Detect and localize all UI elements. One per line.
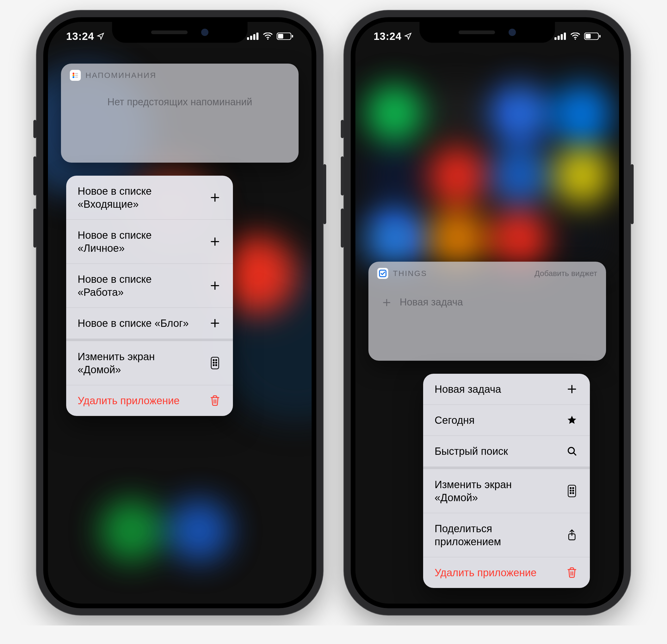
svg-rect-28 [599, 35, 601, 37]
notch [420, 22, 555, 43]
wifi-icon [570, 33, 581, 40]
svg-rect-31 [568, 485, 576, 497]
things-app-icon [377, 268, 388, 279]
phone-left: 13:24 НАПОМИНАНИЯ Нет предстоящих напоми… [36, 11, 323, 615]
wifi-icon [263, 33, 273, 40]
svg-point-8 [73, 73, 75, 75]
svg-point-20 [216, 365, 217, 366]
svg-point-15 [213, 360, 214, 361]
svg-point-19 [213, 365, 214, 366]
menu-edit-home[interactable]: Изменить экран «Домой» [423, 467, 590, 513]
apps-grid-icon [208, 357, 222, 369]
svg-rect-0 [247, 37, 249, 40]
signal-icon [554, 33, 566, 40]
svg-rect-14 [211, 357, 219, 369]
share-icon [565, 529, 579, 541]
plus-icon [208, 192, 222, 203]
widget-app-name: НАПОМИНАНИЯ [85, 71, 156, 80]
plus-icon [208, 318, 222, 329]
context-menu: Новое в списке «Входящие» Новое в списке… [66, 176, 233, 416]
volume-up-button[interactable] [341, 156, 344, 195]
svg-rect-1 [250, 36, 252, 40]
svg-point-10 [73, 76, 75, 78]
plus-icon [208, 236, 222, 247]
svg-rect-6 [278, 34, 283, 38]
signal-icon [247, 33, 259, 40]
svg-point-37 [573, 493, 574, 494]
menu-today[interactable]: Сегодня [423, 404, 590, 435]
widget-app-name: THINGS [393, 269, 427, 278]
plus-icon: ＋ [380, 293, 393, 311]
svg-point-18 [216, 362, 217, 363]
reminders-app-icon [70, 70, 81, 81]
menu-new-task[interactable]: Новая задача [423, 374, 590, 404]
things-widget[interactable]: THINGS Добавить виджет ＋ Новая задача [369, 262, 606, 361]
apps-grid-icon [565, 485, 579, 497]
menu-delete-app[interactable]: Удалить приложение [423, 557, 590, 588]
menu-delete-app[interactable]: Удалить приложение [66, 385, 233, 416]
reminders-widget[interactable]: НАПОМИНАНИЯ Нет предстоящих напоминаний [61, 64, 298, 163]
menu-share-app[interactable]: Поделиться приложением [423, 513, 590, 557]
status-time: 13:24 [66, 31, 94, 42]
svg-rect-21 [554, 37, 556, 40]
svg-rect-27 [585, 34, 591, 38]
volume-down-button[interactable] [33, 209, 36, 247]
silence-switch[interactable] [341, 120, 344, 138]
svg-rect-22 [557, 36, 560, 40]
svg-rect-24 [564, 33, 566, 40]
status-time: 13:24 [374, 31, 402, 42]
battery-icon [584, 33, 601, 40]
add-widget-button[interactable]: Добавить виджет [534, 269, 597, 278]
menu-edit-home[interactable]: Изменить экран «Домой» [66, 339, 233, 385]
svg-point-36 [570, 493, 571, 494]
widget-empty-text: Нет предстоящих напоминаний [61, 86, 298, 123]
location-icon [404, 32, 412, 40]
phone-right: 13:24 THINGS Добавить виджет [344, 11, 631, 615]
trash-icon [208, 395, 222, 406]
context-menu: Новая задача Сегодня Быстрый поиск Измен… [423, 374, 590, 588]
volume-down-button[interactable] [341, 209, 344, 247]
location-icon [97, 32, 104, 40]
widget-new-task-row[interactable]: ＋ Новая задача [369, 284, 606, 324]
svg-point-25 [575, 38, 576, 39]
silence-switch[interactable] [33, 120, 36, 138]
menu-quick-find[interactable]: Быстрый поиск [423, 435, 590, 467]
svg-point-16 [216, 360, 217, 361]
svg-rect-23 [561, 34, 563, 40]
svg-rect-12 [75, 75, 78, 76]
power-button[interactable] [631, 164, 634, 224]
menu-new-blog[interactable]: Новое в списке «Блог» [66, 308, 233, 339]
power-button[interactable] [323, 164, 326, 224]
svg-point-4 [267, 38, 269, 39]
battery-icon [277, 33, 293, 40]
plus-icon [208, 280, 222, 291]
trash-icon [565, 567, 579, 578]
plus-icon [565, 384, 579, 395]
svg-rect-11 [75, 73, 78, 74]
svg-point-33 [573, 488, 574, 489]
svg-rect-2 [253, 34, 255, 40]
svg-point-32 [570, 488, 571, 489]
svg-point-9 [73, 75, 75, 76]
svg-point-34 [570, 490, 571, 491]
star-icon [565, 415, 579, 425]
menu-new-work[interactable]: Новое в списке «Работа» [66, 263, 233, 308]
menu-new-inbox[interactable]: Новое в списке «Входящие» [66, 176, 233, 220]
svg-point-17 [213, 362, 214, 363]
svg-point-35 [573, 490, 574, 491]
svg-rect-13 [75, 77, 78, 78]
notch [112, 22, 247, 43]
svg-rect-7 [292, 35, 293, 37]
volume-up-button[interactable] [33, 156, 36, 195]
widget-new-task-label: Новая задача [400, 296, 463, 308]
menu-new-personal[interactable]: Новое в списке «Личное» [66, 220, 233, 263]
svg-rect-3 [256, 33, 259, 40]
search-icon [565, 446, 579, 456]
